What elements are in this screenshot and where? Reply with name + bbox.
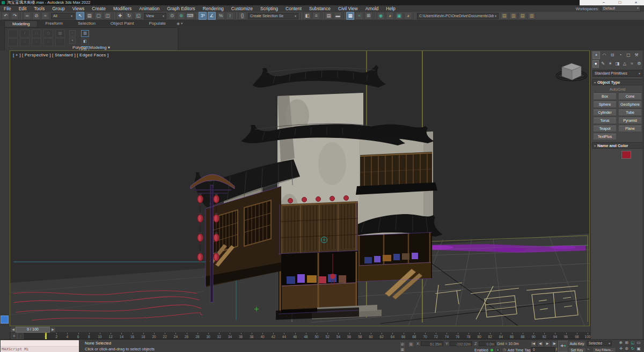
macro-recorder-pane[interactable] <box>1 340 79 347</box>
window-crossing-icon[interactable]: ◫ <box>104 12 112 20</box>
current-frame-field[interactable]: 0 <box>531 347 555 352</box>
render-production-icon[interactable]: ◕ <box>404 12 412 20</box>
menu-content[interactable]: Content <box>282 5 305 12</box>
select-object-icon[interactable]: ↖ <box>76 12 84 20</box>
object-type-torus[interactable]: Torus <box>593 118 617 124</box>
key-mode-icon[interactable]: ⚷ <box>555 347 558 351</box>
geometry-category[interactable]: ● <box>592 60 599 68</box>
tab-selection[interactable]: Selection <box>70 20 103 27</box>
next-frame-arrow[interactable]: ▶ <box>50 327 56 333</box>
container-tool-icon-4[interactable]: ▥ <box>528 12 536 20</box>
schematic-view-icon[interactable]: ⊞ <box>364 12 372 20</box>
orbit-icon[interactable]: ↻ <box>630 346 635 351</box>
menu-customize[interactable]: Customize <box>228 5 257 12</box>
container-tool-icon-1[interactable]: ▤ <box>500 12 508 20</box>
create-tab[interactable]: + <box>592 52 600 59</box>
key-filters-button[interactable]: Key Filters... <box>592 347 616 352</box>
shapes-category[interactable]: ✎ <box>599 60 606 68</box>
angle-snap-icon[interactable]: ∠ <box>208 12 216 20</box>
menu-rendering[interactable]: Rendering <box>199 5 228 12</box>
track-bar[interactable]: ≣ ⋮ 024681012141618202224262830323436384… <box>10 333 590 339</box>
previous-frame-button[interactable]: ◀| <box>537 341 544 347</box>
bind-to-spacewarp-icon[interactable]: ≈ <box>41 12 49 20</box>
zoom-icon[interactable]: ⊕ <box>618 340 624 346</box>
toggle-ribbon-icon[interactable]: ▬ <box>334 12 342 20</box>
mini-curve-editor-icon[interactable]: ≣ <box>11 333 17 339</box>
minimize-button[interactable]: − <box>596 0 612 5</box>
viewport-label[interactable]: [ + ] [ Perspective ] [ Standard ] [ Edg… <box>13 53 108 57</box>
menu-animation[interactable]: Animation <box>135 5 163 12</box>
keyboard-shortcut-override-icon[interactable]: ⌨ <box>186 12 194 20</box>
ribbon-pin-icon[interactable]: ◉ ▾ <box>177 20 183 27</box>
object-type-box[interactable]: Box <box>593 93 617 100</box>
object-type-geosphere[interactable]: GeoSphere <box>618 101 642 108</box>
menu-modifiers[interactable]: Modifiers <box>109 5 135 12</box>
object-color-swatch[interactable] <box>621 151 631 159</box>
object-type-cone[interactable]: Cone <box>618 93 642 100</box>
object-type-pyramid[interactable]: Pyramid <box>618 118 642 124</box>
motion-capture-icon[interactable]: ⌁ <box>587 347 589 351</box>
object-type-textplus[interactable]: TextPlus <box>593 134 617 140</box>
container-tool-icon-2[interactable]: ▥ <box>509 12 517 20</box>
toggle-scene-explorer-icon[interactable]: ▦ <box>346 12 354 20</box>
viewport-scene[interactable] <box>10 51 589 326</box>
snaps-toggle-icon[interactable]: 3³ <box>199 12 207 20</box>
create-key-button[interactable]: +• <box>558 341 568 352</box>
container-tool-icon-3[interactable]: ▤ <box>518 12 526 20</box>
maximize-button[interactable]: □ <box>612 0 628 5</box>
listener-pane[interactable]: MAXScript Mi <box>1 347 79 352</box>
rendered-frame-window-icon[interactable]: ▣ <box>395 12 403 20</box>
selection-lock-icon[interactable]: ⊠ <box>399 347 406 352</box>
named-selection-sets-dropdown[interactable]: Create Selection Se▾ <box>248 13 298 19</box>
project-folder-field[interactable]: C:\Users\Kevin-PC\OneDrive\Documents\3ds… <box>417 13 499 19</box>
perspective-viewport[interactable]: [ + ] [ Perspective ] [ Standard ] [ Edg… <box>10 50 590 326</box>
lights-category[interactable]: ☀ <box>607 60 613 68</box>
menu-create[interactable]: Create <box>88 5 109 12</box>
tab-freeform[interactable]: Freeform <box>38 20 70 27</box>
docked-tool-icon[interactable] <box>1 316 9 324</box>
undo-icon[interactable]: ↶ <box>2 12 10 20</box>
menu-arnold[interactable]: Arnold <box>362 5 383 12</box>
zoom-region-icon[interactable]: ▭ <box>636 340 641 346</box>
edit-named-selection-sets-icon[interactable]: {} <box>238 12 246 20</box>
y-coordinate-field[interactable]: -192.02m <box>450 341 472 346</box>
zoom-extents-icon[interactable]: ◱ <box>630 340 635 346</box>
tab-object-paint[interactable]: Object Paint <box>103 20 142 27</box>
menu-views[interactable]: Views <box>69 5 89 12</box>
select-and-link-icon[interactable]: ∞ <box>23 12 31 20</box>
panel-mini-icon-1[interactable]: − <box>69 30 76 36</box>
menu-tools[interactable]: Tools <box>30 5 48 12</box>
key-selection-dropdown[interactable]: Selected ▾ <box>587 341 612 346</box>
pan-icon[interactable]: ✛ <box>618 346 624 351</box>
workspace-dropdown[interactable]: Default ▾ <box>601 5 641 12</box>
unlink-selection-icon[interactable]: ⊘ <box>32 12 40 20</box>
set-key-button[interactable]: Set Key <box>568 347 586 352</box>
selection-filter-dropdown[interactable]: All▾ <box>51 13 75 19</box>
toggle-layer-explorer-icon[interactable]: ▤ <box>325 12 333 20</box>
menu-scripting[interactable]: Scripting <box>257 5 282 12</box>
object-type-tube[interactable]: Tube <box>618 109 642 116</box>
polygon-modeling-label[interactable]: Polygon Modeling ▾ <box>5 45 178 50</box>
time-slider-handle[interactable]: 0 / 100 <box>16 327 50 333</box>
x-coordinate-field[interactable]: 61.35m <box>421 341 443 346</box>
z-coordinate-field[interactable]: 0.0m <box>479 341 496 346</box>
spinner-snap-icon[interactable]: ↕ <box>226 12 234 20</box>
close-button[interactable]: × <box>628 0 644 5</box>
curve-editor-icon[interactable]: ≈ <box>355 12 363 20</box>
hierarchy-tab[interactable]: ⊟ <box>609 52 616 59</box>
menu-substance[interactable]: Substance <box>305 5 334 12</box>
object-type-cylinder[interactable]: Cylinder <box>593 109 617 116</box>
play-button[interactable]: ▶ <box>544 341 551 347</box>
maximize-viewport-icon[interactable]: ▣ <box>636 346 641 351</box>
tab-populate[interactable]: Populate <box>141 20 173 27</box>
go-to-start-button[interactable]: |◀ <box>530 341 537 347</box>
reference-coordinate-dropdown[interactable]: View▾ <box>144 13 166 19</box>
menu-group[interactable]: Group <box>48 5 69 12</box>
zoom-all-icon[interactable]: ⊞ <box>624 340 630 346</box>
percent-snap-icon[interactable]: % <box>217 12 225 20</box>
helpers-category[interactable]: △ <box>621 60 628 68</box>
modifier-stack-icon[interactable]: ◧ <box>81 38 89 45</box>
systems-category[interactable]: ⚙ <box>636 60 642 68</box>
material-editor-icon[interactable]: ◉ <box>377 12 385 20</box>
motion-tab[interactable]: ◔ <box>617 52 624 59</box>
